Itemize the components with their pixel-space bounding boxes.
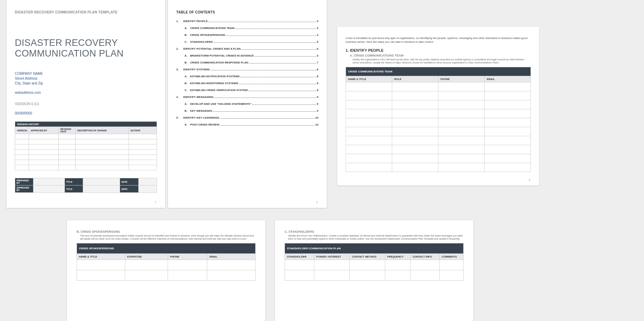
toc-sub: B. — [183, 61, 190, 64]
toc-label: CRISIS COMMUNICATION RESPONSE PLAN — [190, 61, 248, 64]
table-title: CRISIS SPOKESPERSONS — [77, 243, 256, 254]
toc-sub: B. — [183, 109, 190, 112]
table-header-row: NAME & TITLE EXPERTISE PHONE EMAIL — [77, 254, 256, 260]
signature-label: APPROVED BY — [15, 185, 33, 193]
title-line-1: DISASTER RECOVERY — [15, 38, 118, 48]
toc-label: CRISIS COMMUNICATIONS TEAM — [190, 27, 234, 30]
toc-label: IDENTIFY SYSTEMS — [183, 68, 210, 71]
table-title: CRISIS COMMUNICATIONS TEAM — [346, 67, 531, 76]
toc-page: 6 — [317, 54, 318, 57]
page-number: 1 — [155, 201, 156, 204]
col-phone: PHONE — [168, 254, 207, 260]
table-header-row: NAME & TITLE ROLE PHONE EMAIL — [346, 76, 531, 82]
toc-page: 3 — [317, 20, 318, 23]
table-row — [346, 118, 531, 127]
table-row — [346, 163, 531, 172]
table-row — [77, 270, 256, 281]
stakeholder-plan-table: STAKEHOLDER COMMUNICATION PLAN STAKEHOLD… — [285, 243, 464, 281]
col-expertise: EXPERTISE — [125, 254, 168, 260]
table-row — [15, 134, 157, 139]
toc-label: KEY MESSAGES — [190, 109, 212, 112]
col-role: ROLE — [392, 76, 438, 82]
toc-row: 4.IDENTIFY MESSAGING9 — [176, 96, 318, 99]
toc-label: POST-CRISIS REVIEW — [190, 123, 219, 126]
toc-sub: A. — [183, 54, 190, 57]
subsection-desc: Identify and Know Your Stakeholders. Cre… — [285, 234, 464, 240]
toc-row: B.ESTABLISH MONITORING SYSTEMS8 — [176, 82, 318, 85]
table-row — [15, 144, 157, 150]
toc-num: 1. — [176, 20, 183, 23]
toc-page: 9 — [317, 102, 318, 106]
col-name-title: NAME & TITLE — [346, 76, 392, 82]
col-name-title: NAME & TITLE — [77, 254, 125, 260]
toc-label: DEVELOP AND USE "HOLDING STATEMENTS" — [190, 102, 251, 106]
section-heading: 1. IDENTIFY PEOPLE — [346, 48, 531, 52]
col-author: AUTHOR — [129, 127, 157, 134]
toc-page: 9 — [317, 109, 318, 112]
toc-label: ESTABLISH NOTIFICATION SYSTEMS — [190, 75, 240, 78]
table-row — [346, 136, 531, 145]
toc-page: 3 — [317, 27, 318, 30]
toc-row: A.DEVELOP AND USE "HOLDING STATEMENTS"9 — [176, 102, 318, 106]
title-line-2: COMMUNICATION PLAN — [15, 48, 123, 59]
toc-sub: A. — [183, 123, 190, 126]
col-email: EMAIL — [485, 76, 531, 82]
signature-label: DATE — [120, 185, 138, 193]
toc-row: A.POST-CRISIS REVIEW10 — [176, 123, 318, 126]
signature-value — [83, 178, 120, 185]
toc-label: IDENTIFY MESSAGING — [183, 96, 213, 99]
page-1: DISASTER RECOVERY COMMUNICATION PLAN TEM… — [7, 0, 165, 208]
main-title: DISASTER RECOVERY COMMUNICATION PLAN — [15, 38, 157, 59]
intro-text: Crisis is inevitable for just about any … — [346, 37, 531, 44]
signature-label: TITLE — [65, 178, 83, 185]
toc-row: C.STAKEHOLDERS5 — [176, 40, 318, 43]
subsection-desc: Ideally, the organization's CEO will hea… — [346, 58, 531, 64]
toc-row: C.ESTABLISH CRISIS VERIFICATION SYSTEM8 — [176, 89, 318, 92]
toc-label: IDENTIFY PEOPLE — [183, 20, 208, 23]
table-row — [77, 260, 256, 270]
toc-label: STAKEHOLDERS — [190, 40, 213, 43]
toc-row: B.CRISIS SPOKESPERSONS4 — [176, 33, 318, 37]
toc-sub: A. — [183, 27, 190, 30]
toc-page: 10 — [315, 116, 318, 119]
col-approved-by: APPROVED BY — [29, 127, 59, 134]
col-stakeholder: STAKEHOLDER — [285, 254, 314, 260]
table-row — [15, 155, 157, 160]
toc-num: 4. — [176, 96, 183, 99]
crisis-spokespersons-table: CRISIS SPOKESPERSONS NAME & TITLE EXPERT… — [77, 243, 256, 281]
table-header-row: VERSION APPROVED BY REVISION DATE DESCRI… — [15, 127, 157, 134]
table-row — [15, 150, 157, 155]
table-row — [346, 127, 531, 136]
toc-page: 5 — [317, 40, 318, 43]
page-4: B. CRISIS SPOKESPERSONS The pool of pote… — [67, 220, 265, 321]
table-row — [346, 82, 531, 91]
col-version: VERSION — [15, 127, 29, 134]
table-title: STAKEHOLDER COMMUNICATION PLAN — [285, 243, 464, 254]
toc-num: 3. — [176, 68, 183, 71]
toc-label: BRAINSTORM POTENTIAL CRISES IN ADVANCE — [190, 54, 254, 57]
version-history-table: VERSION HISTORY VERSION APPROVED BY REVI… — [15, 121, 157, 170]
table-row — [15, 160, 157, 165]
table-row — [346, 145, 531, 154]
toc-num: 5. — [176, 116, 183, 119]
col-frequency: FREQUENCY — [385, 254, 410, 260]
table-row — [346, 100, 531, 109]
toc-row: 5.IDENTIFY KEY LEARNINGS10 — [176, 116, 318, 119]
table-row — [285, 260, 464, 270]
col-power-interest: POWER / INTEREST — [314, 254, 349, 260]
signature-value — [33, 178, 65, 185]
web-address: webaddress.com — [15, 91, 157, 94]
subsection-heading: B. CRISIS SPOKESPERSONS — [77, 230, 256, 233]
page-3: Crisis is inevitable for just about any … — [337, 27, 539, 185]
toc-page: 6 — [317, 47, 318, 50]
toc-sub: C. — [183, 89, 190, 92]
version-history-title: VERSION HISTORY — [15, 122, 157, 127]
toc-page: 8 — [317, 82, 318, 85]
toc-sub: C. — [183, 40, 190, 43]
toc-sub: B. — [183, 33, 190, 37]
toc-row: A.ESTABLISH NOTIFICATION SYSTEMS8 — [176, 75, 318, 78]
toc-label: IDENTIFY KEY LEARNINGS — [183, 116, 219, 119]
signature-label: TITLE — [65, 185, 83, 193]
toc-list: 1.IDENTIFY PEOPLE3A.CRISIS COMMUNICATION… — [176, 20, 318, 126]
toc-num: 2. — [176, 47, 183, 50]
